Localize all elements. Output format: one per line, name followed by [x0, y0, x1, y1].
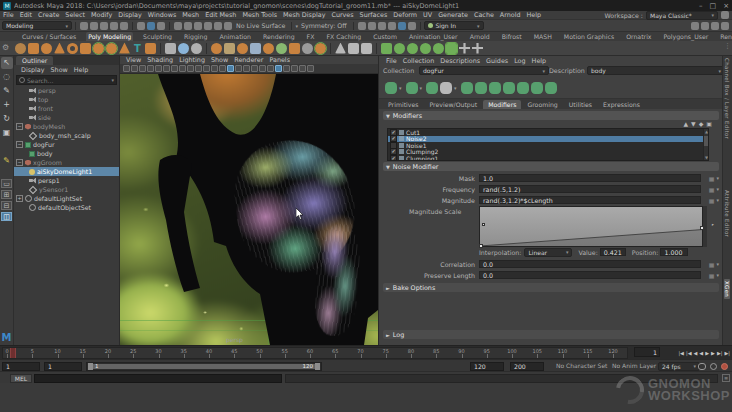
xgen-menu-help[interactable]: Help	[532, 57, 547, 65]
xgen-preview-refresh-icon[interactable]	[385, 82, 397, 94]
range-slider[interactable]: 1 120	[86, 362, 322, 371]
xgen-menu-collection[interactable]: Collection	[403, 57, 435, 65]
ipr-render-icon[interactable]	[378, 22, 386, 30]
noise-modifier-section-header[interactable]: ▼ Noise Modifier	[383, 162, 719, 171]
outliner-item-defaultlightset[interactable]: +defaultLightSet	[14, 194, 119, 203]
plane-icon[interactable]	[80, 43, 91, 54]
ramp-add-key-icon[interactable]: ‣	[711, 221, 715, 228]
snap-to-grid-icon[interactable]	[174, 22, 182, 30]
xgen-menu-descriptions[interactable]: Descriptions	[440, 57, 480, 65]
smooth-icon[interactable]	[237, 43, 248, 54]
outliner-item-ysensor1[interactable]: ySensor1	[14, 185, 119, 194]
outliner-item-body[interactable]: body	[14, 149, 119, 158]
shelf-tab-sculpting[interactable]: Sculpting	[141, 32, 174, 41]
current-frame-field[interactable]: 1	[634, 347, 660, 357]
use-all-lights-icon[interactable]	[243, 65, 250, 72]
joints-xray-icon[interactable]	[307, 65, 314, 72]
modifier-duplicate-icon[interactable]: ◆	[699, 120, 704, 127]
shelf-tab-motion-graphics[interactable]: Motion Graphics	[562, 32, 616, 41]
collection-dropdown[interactable]: dogFur▾	[419, 66, 549, 75]
tab-outliner[interactable]: Outliner	[16, 56, 53, 65]
auto-key-icon[interactable]	[721, 363, 728, 370]
animation-end-field[interactable]: 200	[510, 362, 544, 371]
toggle-attribute-editor-icon[interactable]	[711, 22, 719, 30]
menu-display[interactable]: Display	[118, 11, 142, 19]
shadows-icon[interactable]	[251, 65, 258, 72]
chevron-down-icon[interactable]: ▾	[295, 23, 298, 29]
safe-action-icon[interactable]	[203, 65, 210, 72]
camera-attributes-icon[interactable]	[139, 65, 146, 72]
side-tab-attribute-editor[interactable]: Attribute Editor	[724, 190, 730, 237]
bevel-icon[interactable]	[302, 43, 313, 54]
command-input[interactable]	[34, 374, 282, 383]
platonic-icon[interactable]	[106, 43, 117, 54]
viewport-menu-lighting[interactable]: Lighting	[179, 56, 205, 64]
chevron-down-icon[interactable]: ▾	[716, 261, 719, 267]
chevron-down-icon[interactable]: ▾	[716, 175, 719, 181]
smooth-brush-icon[interactable]	[407, 43, 418, 54]
sculpt-brush-icon[interactable]	[394, 43, 405, 54]
outliner-item-top[interactable]: top	[14, 95, 119, 104]
chevron-down-icon[interactable]: ▾	[420, 85, 423, 91]
shelf-tab-animation-user[interactable]: Animation_User	[407, 32, 460, 41]
side-tab-xgen[interactable]: XGen	[724, 279, 730, 299]
paint-select-tool[interactable]: ✎	[1, 85, 13, 97]
screen-space-ao-icon[interactable]	[259, 65, 266, 72]
shelf-tab-fx-caching[interactable]: FX Caching	[324, 32, 363, 41]
outliner-menu-help[interactable]: Help	[74, 66, 89, 74]
menu-file[interactable]: File	[3, 11, 14, 19]
outliner-item-xggroom[interactable]: −xgGroom	[14, 158, 119, 167]
modifier-list-scrollbar[interactable]: ▲▼	[703, 129, 708, 160]
two-pane-stacked-layout-button[interactable]: ⊟	[1, 201, 12, 210]
outliner-item-aiskydomelight1[interactable]: aiSkyDomeLight1	[14, 167, 119, 176]
boolean-union-icon[interactable]	[250, 43, 261, 54]
scroll-down-icon[interactable]: ▼	[704, 155, 709, 160]
image-plane-icon[interactable]	[155, 65, 162, 72]
bake-options-section-header[interactable]: ► Bake Options	[383, 283, 719, 292]
modifier-item-clumping1[interactable]: ✓Clumping1	[388, 155, 708, 161]
safe-title-icon[interactable]	[211, 65, 218, 72]
show-line-numbers-icon[interactable]	[691, 22, 699, 30]
outliner-item-bodymesh[interactable]: −bodyMesh	[14, 122, 119, 131]
anim-layer-dropdown[interactable]: No Anim Layer	[612, 362, 656, 369]
interpolation-dropdown[interactable]: Linear▾	[524, 248, 572, 257]
log-section-header[interactable]: ► Log	[383, 330, 719, 339]
bridge-icon[interactable]	[315, 43, 326, 54]
sweep-mesh-icon[interactable]	[119, 43, 130, 54]
shelf-tab-curves-surfaces[interactable]: Curves / Surfaces	[20, 32, 78, 41]
outliner-menu-show[interactable]: Show	[51, 66, 68, 74]
depth-of-field-icon[interactable]	[283, 65, 290, 72]
shelf-tab-arnold[interactable]: Arnold	[468, 32, 492, 41]
fps-dropdown[interactable]: 24 fps▾	[658, 362, 700, 371]
boolean-difference-icon[interactable]	[263, 43, 274, 54]
select-object-icon[interactable]	[147, 22, 155, 30]
menu-deform[interactable]: Deform	[393, 11, 417, 19]
menu-edit[interactable]: Edit	[20, 11, 32, 19]
rotate-tool[interactable]: ↻	[1, 113, 13, 125]
scroll-up-icon[interactable]: ▲	[704, 129, 709, 134]
xgen-tab-expressions[interactable]: Expressions	[598, 100, 645, 109]
shelf-tab-custom[interactable]: Custom	[371, 32, 399, 41]
svg-tool-icon[interactable]	[145, 43, 156, 54]
chevron-down-icon[interactable]: ▾	[399, 85, 402, 91]
magnitude-field[interactable]: rand(.3,1.2)*$cLength	[479, 196, 701, 204]
step-forward-key-button[interactable]: ▶|	[717, 350, 723, 356]
range-end-handle[interactable]	[315, 363, 320, 370]
xgen-comb-guides-icon[interactable]	[517, 82, 529, 94]
menu-select[interactable]: Select	[65, 11, 85, 19]
menu-help[interactable]: Help	[527, 11, 542, 19]
xgen-create-guide-icon[interactable]	[461, 82, 473, 94]
xgen-tab-primitives[interactable]: Primitives	[383, 100, 423, 109]
type-tool-icon[interactable]: T	[132, 43, 143, 54]
chevron-down-icon[interactable]: ▾	[716, 272, 719, 278]
position-field[interactable]: 1.000	[660, 248, 688, 256]
multisample-icon[interactable]	[275, 65, 282, 72]
menu-windows[interactable]: Windows	[148, 11, 177, 19]
outliner-item-body-msh-scalp[interactable]: body_msh_scalp	[14, 131, 119, 140]
outliner-item-front[interactable]: front	[14, 104, 119, 113]
character-set-dropdown[interactable]: No Character Set	[556, 362, 607, 369]
grab-brush-icon[interactable]	[433, 43, 444, 54]
lasso-tool[interactable]: ◌	[1, 71, 13, 83]
make-live-icon[interactable]	[224, 22, 232, 30]
gate-mask-icon[interactable]	[187, 65, 194, 72]
